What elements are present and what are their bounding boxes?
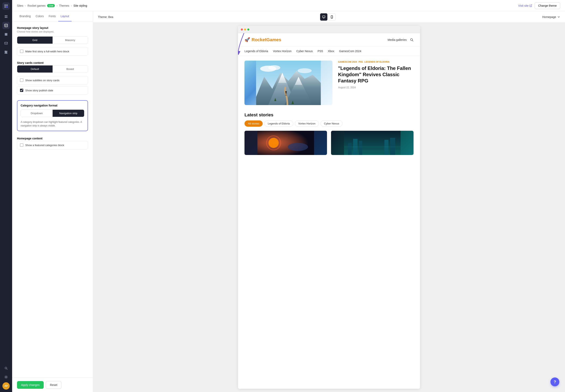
site-logo-icon: 🚀 xyxy=(245,37,250,42)
navigation-strip-button[interactable]: Navigation strip xyxy=(53,110,84,117)
panel-footer: Apply changes Reset xyxy=(12,378,93,392)
reset-button[interactable]: Reset xyxy=(46,381,62,389)
featured-categories-checkbox[interactable] xyxy=(20,143,23,147)
page-selector-label: Homepage xyxy=(542,15,556,19)
svg-point-19 xyxy=(332,18,332,18)
nav-item-2[interactable]: Cyber Nexus xyxy=(296,50,313,53)
apply-changes-button[interactable]: Apply changes xyxy=(17,381,44,389)
boxed-cards-button[interactable]: Boxed xyxy=(53,66,88,72)
homepage-story-layout-desc: Choose how stories are displayed. xyxy=(17,30,88,33)
help-button[interactable]: ? xyxy=(551,378,559,386)
category-nav-section: Category navigation format Dropdown Navi… xyxy=(17,100,88,131)
sidebar-icon-puzzle[interactable] xyxy=(2,48,10,56)
filter-vortex[interactable]: Vortex Horizon xyxy=(295,120,319,127)
sidebar-icon-layout[interactable] xyxy=(2,22,10,29)
svg-rect-7 xyxy=(6,17,7,18)
show-publish-date-checkbox[interactable] xyxy=(20,89,23,92)
nav-item-1[interactable]: Vortex Horizon xyxy=(273,50,292,53)
featured-article: GamesCom 2024 PS5 Legends of Eldoria "Le… xyxy=(245,61,414,105)
media-galleries-link[interactable]: Media galleries xyxy=(388,38,407,42)
change-theme-button[interactable]: Change theme xyxy=(535,2,560,9)
chevron-down-icon xyxy=(557,15,560,18)
sidebar-icon-mail[interactable] xyxy=(2,40,10,47)
hero-block-checkbox-row[interactable]: Make first story a full-width hero block xyxy=(17,47,88,56)
nav-item-4[interactable]: Xbox xyxy=(328,50,334,53)
svg-rect-44 xyxy=(390,138,395,155)
left-panel: Branding Colors Fonts Layout Homepage st… xyxy=(12,11,93,392)
site-logo-text: RocketGames xyxy=(252,37,281,42)
default-cards-button[interactable]: Default xyxy=(17,66,53,72)
hero-block-checkbox[interactable] xyxy=(20,50,23,53)
tab-colors[interactable]: Colors xyxy=(33,11,46,21)
mobile-view-button[interactable] xyxy=(328,13,335,21)
featured-tag-0: GamesCom 2024 xyxy=(338,61,357,63)
site-main: GamesCom 2024 PS5 Legends of Eldoria "Le… xyxy=(238,56,420,162)
hero-block-label: Make first story a full-width hero block xyxy=(25,50,69,53)
svg-rect-15 xyxy=(322,16,325,18)
visit-site-button[interactable]: Visit site xyxy=(518,4,532,7)
homepage-content-section: Homepage content Show a featured categor… xyxy=(17,137,88,149)
sidebar-icon-sites[interactable] xyxy=(2,13,10,20)
sidebar-logo xyxy=(2,2,10,10)
svg-point-14 xyxy=(5,377,6,378)
sidebar-search-icon[interactable] xyxy=(2,364,10,372)
preview-area: Theme: Bea Homepage xyxy=(93,11,565,392)
site-logo: 🚀 RocketGames xyxy=(245,37,281,42)
top-nav: Sites › Rocket games Live › Themes › Sit… xyxy=(12,0,565,11)
breadcrumb-themes[interactable]: Themes xyxy=(59,4,69,7)
story-grid xyxy=(245,131,414,157)
featured-content: GamesCom 2024 PS5 Legends of Eldoria "Le… xyxy=(338,61,414,105)
svg-point-38 xyxy=(288,143,308,151)
grid-layout-button[interactable]: Grid xyxy=(17,37,53,44)
svg-rect-40 xyxy=(348,143,352,155)
dropdown-nav-button[interactable]: Dropdown xyxy=(21,110,53,117)
user-avatar[interactable]: AP xyxy=(2,382,10,390)
svg-rect-0 xyxy=(4,4,6,6)
desktop-view-button[interactable] xyxy=(320,13,327,21)
masonry-layout-button[interactable]: Masonry xyxy=(53,37,88,44)
search-icon[interactable] xyxy=(410,38,414,42)
story-card-img-1 xyxy=(331,131,414,155)
filter-legends[interactable]: Legends of Eldoria xyxy=(264,120,293,127)
homepage-content-title: Homepage content xyxy=(17,137,88,140)
nav-item-5[interactable]: GamesCom 2024 xyxy=(339,50,361,53)
svg-rect-35 xyxy=(257,131,314,155)
preview-frame: 🚀 RocketGames Media galleries xyxy=(238,26,420,389)
sidebar-icon-book[interactable] xyxy=(2,31,10,38)
panel-body: Homepage story layout Choose how stories… xyxy=(12,21,93,378)
breadcrumb-rocket-games[interactable]: Rocket games xyxy=(28,4,45,7)
filter-cyber-nexus[interactable]: Cyber Nexus xyxy=(320,120,343,127)
nav-item-0[interactable]: Legends of Eldoria xyxy=(245,50,268,53)
filter-all-stories[interactable]: All stories xyxy=(245,120,263,127)
story-filters: All stories Legends of Eldoria Vortex Ho… xyxy=(245,120,414,127)
tab-branding[interactable]: Branding xyxy=(17,11,33,21)
svg-rect-4 xyxy=(5,15,6,16)
story-card-1 xyxy=(331,131,414,157)
featured-title: "Legends of Eldoria: The Fallen Kingdom"… xyxy=(338,65,414,84)
site-header-actions: Media galleries xyxy=(388,38,414,42)
browser-dot-green xyxy=(247,28,249,30)
breadcrumb-sep2: › xyxy=(57,4,58,7)
featured-categories-checkbox-row[interactable]: Show a featured categories block xyxy=(17,141,88,149)
tab-fonts[interactable]: Fonts xyxy=(46,11,58,21)
svg-rect-3 xyxy=(6,6,8,8)
content-area: Branding Colors Fonts Layout Homepage st… xyxy=(12,11,565,392)
device-buttons xyxy=(320,13,335,21)
tab-layout[interactable]: Layout xyxy=(58,11,72,21)
sidebar-settings-icon[interactable] xyxy=(2,373,10,381)
svg-line-13 xyxy=(7,369,7,369)
page-selector[interactable]: Homepage xyxy=(542,15,560,19)
svg-rect-5 xyxy=(6,15,7,16)
top-nav-actions: Visit site Change theme xyxy=(518,2,560,9)
mobile-icon xyxy=(330,15,333,19)
nav-item-3[interactable]: PS5 xyxy=(318,50,323,53)
show-publish-date-checkbox-row[interactable]: Show story publish date xyxy=(17,86,88,95)
featured-date: August 22, 2024 xyxy=(338,86,414,89)
homepage-story-layout-title: Homepage story layout xyxy=(17,26,88,29)
show-subtitles-checkbox-row[interactable]: Show subtitles on story cards xyxy=(17,76,88,84)
featured-tags: GamesCom 2024 PS5 Legends of Eldoria xyxy=(338,61,414,63)
mountain-svg xyxy=(245,61,333,105)
breadcrumb-sites[interactable]: Sites xyxy=(17,4,23,7)
show-subtitles-checkbox[interactable] xyxy=(20,79,23,82)
layout-toggle-group: Grid Masonry xyxy=(17,36,88,44)
